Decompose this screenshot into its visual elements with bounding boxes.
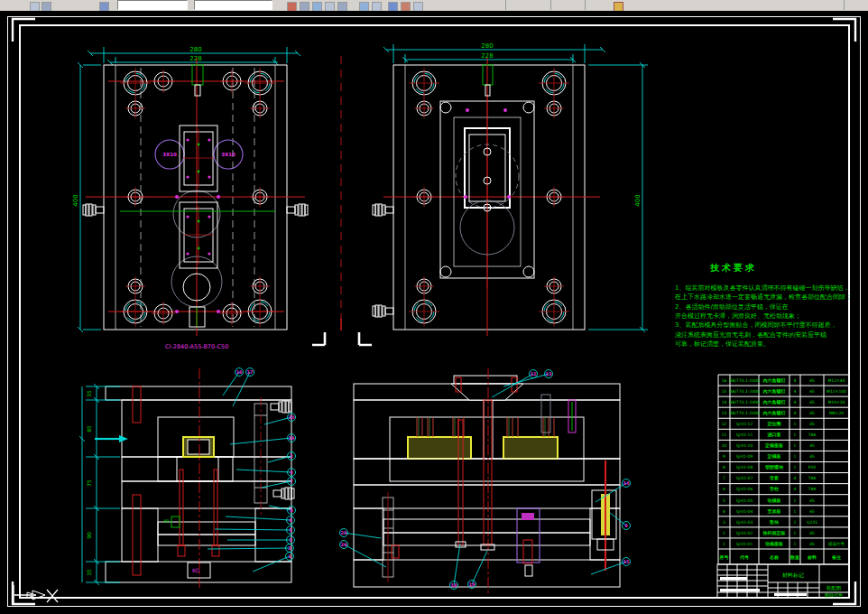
- bom-cell: 4: [794, 487, 797, 491]
- balloon-leader: [344, 533, 381, 538]
- balloon-number: 12: [531, 371, 537, 377]
- bom-cell: 定模板: [767, 453, 782, 460]
- bom-cell: 45: [809, 454, 815, 459]
- dim-228: 228: [189, 55, 201, 62]
- bom-cell: 4: [794, 400, 797, 405]
- balloon-leader: [591, 562, 626, 574]
- bom-cell: 支承板: [767, 508, 782, 515]
- ko-label: KO: [192, 567, 200, 573]
- bom-cell: T8A: [808, 433, 817, 437]
- balloon-number: 15: [623, 559, 630, 564]
- bom-cell: 16: [722, 378, 727, 383]
- title-block: 材料标记 装配图 图样代号: [717, 564, 849, 599]
- section-cut-marks: [312, 56, 372, 345]
- dim: 35: [86, 390, 92, 397]
- drawing-code: 图样代号: [825, 592, 843, 599]
- balloon-leader: [208, 548, 290, 549]
- bom-cell: 1: [723, 542, 725, 546]
- bom-cell: 2: [723, 531, 725, 535]
- bom-cell: 3: [723, 520, 725, 525]
- balloon-number: 14: [623, 480, 630, 486]
- balloon-number: 16: [236, 369, 243, 375]
- bom-cell: 内六角螺钉: [763, 410, 786, 416]
- balloon-number: 18: [451, 582, 457, 588]
- bom-table: 16GB/T70.1-2000内六角螺钉445M12×4015GB/T70.1-…: [718, 375, 849, 564]
- bom-cell: 1: [794, 509, 797, 514]
- bom-cell: 45: [809, 498, 815, 503]
- bom-cell: 15: [722, 389, 727, 394]
- tech-note-line: 开合模过程无卡滞，润滑良好、无松动现象；: [675, 312, 801, 320]
- bom-cell: 1: [794, 542, 797, 546]
- balloon-number: 13: [546, 371, 552, 377]
- bom-cell: 内六角螺钉: [763, 388, 786, 395]
- plan-view-left: 280 228 400 3X10 3X10: [72, 46, 308, 350]
- bom-cell: 45: [809, 422, 815, 426]
- tech-note-line: 3、装配后模具分型面贴合，闭模间隙不平行度不得超差，: [675, 321, 836, 329]
- bom-header: 名称: [769, 554, 780, 561]
- balloon-leader: [262, 481, 291, 488]
- tech-note-line: 1、组装前对模板及各零件认真清理不得有磕碰一划伤等缺陷，: [675, 284, 849, 292]
- balloon-leader: [454, 544, 460, 585]
- bom-cell: 4: [794, 411, 797, 415]
- bom-cell: SJ-01-04: [736, 509, 753, 514]
- balloon-number: 7: [290, 479, 293, 484]
- bom-cell: 4: [794, 389, 797, 394]
- dim-280: 280: [189, 46, 201, 53]
- tech-note-line: 可靠，标记清楚，保证装配质量。: [675, 340, 770, 348]
- style-combo[interactable]: [194, 0, 272, 10]
- bom-cell: 垫块: [769, 519, 780, 526]
- bom-cell: 45: [809, 542, 815, 546]
- bom-header: 代号: [739, 554, 749, 561]
- balloon-leader: [344, 544, 386, 567]
- balloon-number: 4: [290, 470, 293, 475]
- bom-cell: T8A: [808, 476, 817, 480]
- balloon-leader: [236, 470, 291, 472]
- dim: 85: [86, 425, 92, 433]
- cad-viewport[interactable]: 280 228 400 3X10 3X10: [0, 11, 868, 614]
- bom-cell: T8A: [808, 487, 817, 491]
- dim: 75: [86, 479, 92, 487]
- layer-combo[interactable]: [117, 0, 188, 10]
- dim-280: 280: [481, 42, 493, 50]
- bom-header: 材料: [807, 554, 817, 561]
- bom-cell: 1: [794, 454, 797, 459]
- bom-cell: SJ-01-01: [736, 542, 753, 546]
- tech-notes-title: 技术要求: [709, 263, 757, 273]
- balloon-leader: [596, 483, 626, 502]
- bom-cell: P20: [808, 465, 817, 470]
- bom-cell: M10×30: [827, 400, 845, 405]
- bom-cell: 4: [723, 509, 725, 514]
- bom-cell: 导套: [769, 475, 780, 481]
- balloon-number: 3: [289, 537, 292, 543]
- material-mark: 材料标记: [781, 572, 804, 579]
- dim-400: 400: [634, 194, 642, 206]
- bom-cell: 45: [809, 400, 815, 405]
- bom-cell: 内六角螺钉: [763, 377, 786, 384]
- bom-cell: GB/T70.1-2000: [729, 378, 760, 383]
- bom-cell: 10: [722, 443, 727, 448]
- bom-cell: 型腔镶块: [765, 464, 784, 470]
- bom-cell: GB/T70.1-2000: [729, 389, 760, 394]
- bom-cell: 7: [723, 476, 725, 480]
- bom-cell: 45: [809, 389, 815, 394]
- balloon-leader: [472, 551, 487, 584]
- bom-cell: 4: [794, 476, 797, 480]
- dim: 35: [86, 569, 92, 576]
- toolbar-separator: [505, 0, 506, 10]
- bom-header: 备注: [831, 554, 841, 561]
- balloon-number: 17: [247, 369, 254, 375]
- bom-cell: SJ-01-09: [736, 454, 753, 459]
- bom-cell: 11: [722, 433, 727, 437]
- drawing: 280 228 400 3X10 3X10: [0, 11, 868, 614]
- bom-cell: 定模座板: [764, 442, 784, 449]
- bom-cell: M12×100: [826, 389, 846, 394]
- dim: 90: [86, 532, 92, 539]
- drawing-name: 装配图: [826, 585, 842, 591]
- bom-cell: SJ-01-05: [736, 498, 753, 503]
- balloon-number: 2: [288, 545, 291, 551]
- bom-cell: 12: [722, 422, 727, 426]
- detail-dim: 40: [163, 518, 169, 524]
- bom-cell: GB/T70.1-2000: [729, 400, 760, 405]
- bom-cell: 45: [809, 411, 815, 415]
- bom-cell: 9: [723, 454, 725, 459]
